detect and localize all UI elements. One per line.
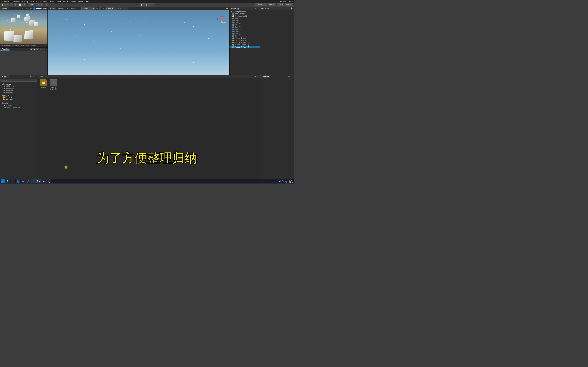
hier-particle-0[interactable]: Particle System — [230, 37, 260, 39]
inspector-lock-icon[interactable]: 🔒 — [291, 7, 293, 9]
hier-cube-1[interactable]: Cube (1) — [230, 19, 260, 22]
hier-cube-7[interactable]: Cube (7) — [230, 33, 260, 35]
tab-game[interactable]: Game — [0, 7, 9, 10]
files-options[interactable]: ⋮ — [257, 76, 259, 77]
taskbar-mail[interactable]: ✉ — [21, 179, 26, 183]
hier-samplescene[interactable]: ▼ ⊙ SampleScene* — [230, 10, 260, 13]
account-button[interactable]: Account — [268, 3, 276, 7]
taskbar-tray[interactable]: ▲ — [273, 180, 275, 182]
tab-asset-store[interactable]: Asset Store — [56, 7, 69, 10]
hier-particle-3[interactable]: Particle System (3) — [230, 44, 260, 46]
game-gizmos[interactable]: Gizmos — [30, 45, 35, 47]
rect-tool[interactable]: ⬜ — [18, 3, 22, 7]
tree-assets[interactable]: ★ Assets — [1, 94, 37, 96]
hier-cube-3[interactable]: Cube (3) — [230, 24, 260, 26]
game-mute[interactable]: Mute Audio — [16, 45, 24, 47]
timeline-next[interactable]: ⏭ — [36, 48, 39, 50]
taskbar-network[interactable]: 🌐 — [282, 180, 284, 182]
hier-particle-1[interactable]: Particle System (1) — [230, 39, 260, 42]
hier-directional-light[interactable]: Directional Light — [230, 15, 260, 17]
hier-add-icon[interactable]: + — [255, 7, 256, 9]
proj-menu-icon[interactable]: ⋮ — [35, 75, 37, 78]
shaded-btn[interactable]: Shaded ▾ — [81, 7, 91, 10]
breadcrumb-assets[interactable]: Assets — [38, 76, 43, 77]
taskbar-browser[interactable]: 🌐 — [16, 179, 20, 183]
proj-search-input[interactable] — [0, 79, 37, 82]
tab-console[interactable]: Console — [260, 75, 270, 78]
menu-component[interactable]: Component — [67, 1, 76, 2]
timeline-frame[interactable] — [40, 48, 45, 50]
files-search-icon[interactable]: 🔍 — [255, 76, 257, 77]
tree-all-prefabs[interactable]: 🔍 All Prefabs — [1, 90, 37, 92]
2d-btn[interactable]: 2D — [91, 7, 95, 10]
tab-scene[interactable]: Scene — [48, 7, 56, 10]
hier-cube-4[interactable]: Cube (4) — [230, 26, 260, 28]
tree-packages[interactable]: Packages — [1, 98, 37, 100]
taskbar-unity[interactable]: U — [31, 179, 36, 183]
taskbar-photoshop[interactable]: Ps — [36, 179, 41, 183]
step-button[interactable]: ⏭ — [149, 3, 155, 7]
tree-all-scripts[interactable]: 🔍 All Scripts — [1, 92, 37, 94]
play-button[interactable]: ▶ — [140, 3, 144, 7]
gizmos-btn[interactable]: Gizmos ▾ — [105, 7, 114, 10]
tree-all-models[interactable]: 🔍 All Models — [1, 87, 37, 90]
global-button[interactable]: Global — [36, 3, 43, 7]
menu-window[interactable]: Window — [78, 1, 84, 2]
timeline-prev[interactable]: ⏮ — [30, 48, 33, 50]
timeline-play[interactable]: ▶ — [33, 48, 36, 50]
menu-help[interactable]: Help — [86, 1, 89, 2]
taskbar-lang[interactable]: 中 — [276, 180, 278, 183]
menu-gameobject[interactable]: GameObject — [56, 1, 66, 2]
hier-cube-6[interactable]: Cube (6) — [230, 30, 260, 33]
hier-cube-0[interactable]: Cube — [230, 17, 260, 19]
timeline-add[interactable]: ▾ — [46, 48, 47, 50]
console-clear[interactable]: Clear — [287, 76, 291, 77]
audio-icon[interactable]: 🔊 — [99, 7, 102, 10]
hier-particle-4[interactable]: Particle System (4) ▶ — [230, 46, 260, 48]
pause-button[interactable]: ⏸ — [144, 3, 149, 7]
taskbar-speaker[interactable]: 🔊 — [279, 180, 281, 182]
proj-search-icon[interactable]: 🔍 — [30, 75, 32, 78]
tree-scenes-small[interactable]: 📁 Scenes — [1, 104, 36, 107]
rotate-tool[interactable]: ↻ — [9, 3, 13, 7]
taskbar-winamp[interactable]: 🎵 — [26, 179, 31, 183]
scale-slider[interactable] — [33, 7, 42, 10]
account-label[interactable]: Account — [280, 1, 286, 2]
tab-animator[interactable]: Animator — [69, 7, 80, 10]
hier-particle-2[interactable]: Particle System (2) — [230, 42, 260, 44]
effects-icon[interactable]: ✦ — [102, 7, 104, 10]
scene-gizmo[interactable] — [216, 12, 224, 21]
collab-button[interactable]: ♦ Collab — [255, 3, 263, 7]
hier-cube-8[interactable]: Cube (8) — [230, 35, 260, 37]
proj-add-icon[interactable]: + — [33, 76, 34, 78]
game-maximize[interactable]: Maximize On Play — [1, 45, 15, 47]
snap-button[interactable]: ⧈ — [45, 3, 48, 7]
layout-button[interactable]: Default ▾ — [285, 3, 293, 7]
file-particle-system[interactable]: ⊙ Particle System (4) — [49, 79, 58, 90]
tab-timeline[interactable]: Timeline — [0, 48, 10, 51]
center-button[interactable]: Center — [28, 3, 35, 7]
taskbar-search[interactable]: 🔍 — [5, 179, 10, 183]
tree-assets-small[interactable]: Assets — [1, 102, 36, 104]
tree-favorites[interactable]: ★ Favorites — [1, 83, 37, 85]
scene-search[interactable] — [114, 7, 128, 10]
hier-main-camera[interactable]: Main Camera — [230, 13, 260, 15]
lighting-icon[interactable]: ☀ — [96, 7, 98, 10]
transform-tool[interactable]: ⊕ — [22, 3, 26, 7]
tab-project[interactable]: Project — [0, 75, 9, 78]
move-tool[interactable]: ✥ — [5, 3, 9, 7]
taskbar-cmd[interactable]: >_ — [46, 179, 51, 183]
taskbar-extra[interactable]: ◆ — [41, 179, 46, 183]
hier-cube-5[interactable]: Cube (5) — [230, 28, 260, 30]
layers-button[interactable]: Layers — [277, 3, 284, 7]
hier-menu-icon[interactable]: ⋮ — [257, 7, 259, 9]
hand-tool[interactable]: ✋ — [1, 3, 5, 7]
hier-cube-2[interactable]: Cube (2) — [230, 22, 260, 24]
tree-particle-small[interactable]: ⊙ Particle System (4) — [1, 107, 36, 109]
game-stats[interactable]: Stats — [25, 45, 29, 47]
file-scenes[interactable]: 📁 Scenes — [38, 79, 48, 90]
tree-all-materials[interactable]: 🔍 All Materials — [1, 85, 37, 87]
tree-scenes[interactable]: Scenes — [1, 96, 37, 98]
start-button[interactable]: ⊞ — [1, 179, 5, 183]
layers-label[interactable]: Layers — [288, 1, 293, 2]
